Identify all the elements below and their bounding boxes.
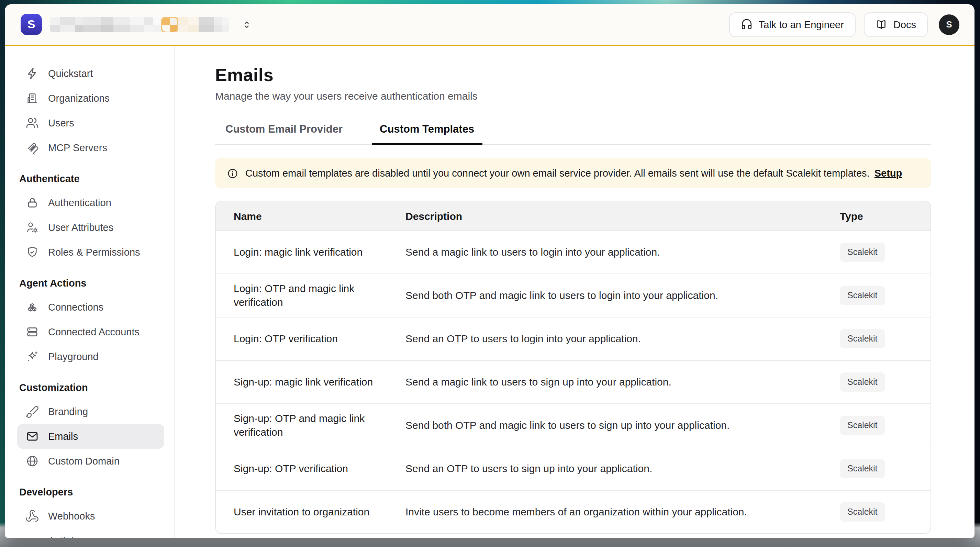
type-badge: Scalekit [840,329,885,348]
sidebar-item-auth-logs[interactable]: Auth Logs [17,528,164,538]
paintbrush-icon [25,405,39,418]
template-description: Invite users to become members of an org… [388,498,822,526]
app-header: S [5,4,975,46]
template-name: Login: magic link verification [216,239,388,266]
workspace-switcher[interactable]: S [21,14,252,35]
template-description: Send an OTP to users to sign up into you… [388,455,822,482]
template-name: Sign-up: magic link verification [216,368,388,396]
template-name: User invitation to organization [216,498,388,526]
workspace-name-redacted [50,17,229,32]
info-banner: Custom email templates are disabled unti… [215,158,931,188]
sidebar-heading-customization: Customization [17,376,164,399]
template-description: Send both OTP and magic link to users to… [388,282,822,309]
app-window: S [5,4,975,538]
templates-table: Name Description Type Login: magic link … [215,201,931,534]
sidebar-item-connections[interactable]: Connections [17,295,164,320]
stacked-cards-icon [25,325,39,339]
type-badge: Scalekit [840,416,885,435]
type-badge: Scalekit [840,243,885,262]
talk-to-engineer-label: Talk to an Engineer [759,19,844,30]
sidebar-item-quickstart[interactable]: Quickstart [17,61,164,86]
column-header-type: Type [822,210,931,222]
workspace-emoji-redacted [162,17,178,32]
mcp-icon [25,141,39,154]
workspace-logo-letter: S [27,17,35,31]
type-badge: Scalekit [840,286,885,305]
envelope-icon [25,429,39,443]
webhook-icon [25,509,39,523]
book-open-icon [875,19,887,30]
bar-chart-icon [25,534,39,538]
sidebar-item-custom-domain[interactable]: Custom Domain [17,449,164,474]
template-name: Login: OTP verification [216,325,388,353]
globe-icon [25,454,39,468]
type-badge: Scalekit [840,459,885,478]
table-row[interactable]: User invitation to organization Invite u… [216,490,931,533]
table-row[interactable]: Login: OTP verification Send an OTP to u… [216,317,931,360]
tab-bar: Custom Email ProviderCustom Templates [215,117,931,145]
table-row[interactable]: Sign-up: magic link verification Send a … [216,360,931,403]
template-description: Send an OTP to users to login into your … [388,325,822,353]
sidebar-heading-developers: Developers [17,480,164,504]
user-avatar[interactable]: S [939,14,959,35]
docs-label: Docs [893,19,916,30]
sidebar-item-organizations[interactable]: Organizations [17,86,164,111]
sidebar-item-mcp-servers[interactable]: MCP Servers [17,135,164,160]
sidebar-heading-authenticate: Authenticate [17,167,164,190]
sidebar-item-branding[interactable]: Branding [17,399,164,424]
sidebar-item-emails[interactable]: Emails [17,424,164,449]
chevrons-up-down-icon[interactable] [241,19,252,30]
user-gear-icon [25,221,39,234]
sidebar-item-users[interactable]: Users [17,111,164,135]
lock-icon [25,196,39,210]
headphones-icon [741,19,752,30]
template-description: Send a magic link to users to sign up in… [388,368,822,396]
info-icon [227,167,239,179]
sidebar-item-authentication[interactable]: Authentication [17,190,164,215]
template-description: Send both OTP and magic link to users to… [388,412,822,439]
organization-icon [25,91,39,105]
table-row[interactable]: Login: OTP and magic link verification S… [216,274,931,317]
table-row[interactable]: Login: magic link verification Send a ma… [216,230,931,274]
page-title: Emails [215,65,931,85]
sidebar-item-roles-permissions[interactable]: Roles & Permissions [17,240,164,265]
banner-text: Custom email templates are disabled unti… [245,168,870,179]
workspace-logo: S [21,14,42,35]
tab-custom-templates[interactable]: Custom Templates [371,117,482,144]
column-header-name: Name [216,210,388,222]
main-panel: Emails Manage the way your users receive… [175,46,975,538]
template-name: Sign-up: OTP verification [216,455,388,482]
sidebar: Quickstart Organizations Users MCP Serve… [5,46,175,538]
users-icon [25,116,39,130]
talk-to-engineer-button[interactable]: Talk to an Engineer [729,12,856,37]
sidebar-item-user-attributes[interactable]: User Attributes [17,215,164,240]
tab-custom-email-provider[interactable]: Custom Email Provider [224,117,344,144]
docs-button[interactable]: Docs [864,12,928,37]
column-header-description: Description [388,210,822,222]
sidebar-heading-agent-actions: Agent Actions [17,272,164,295]
template-name: Login: OTP and magic link verification [216,275,388,316]
cubes-icon [25,300,39,314]
table-row[interactable]: Sign-up: OTP and magic link verification… [216,403,931,447]
sidebar-item-webhooks[interactable]: Webhooks [17,504,164,528]
type-badge: Scalekit [840,372,885,392]
shield-check-icon [25,245,39,259]
app-root: S [0,0,980,547]
template-description: Send a magic link to users to login into… [388,239,822,266]
table-header: Name Description Type [216,201,931,230]
template-name: Sign-up: OTP and magic link verification [216,405,388,446]
sidebar-item-playground[interactable]: Playground [17,344,164,369]
lightning-icon [25,67,39,80]
sparkle-icon [25,350,39,364]
banner-setup-link[interactable]: Setup [875,168,902,179]
sidebar-item-connected-accounts[interactable]: Connected Accounts [17,320,164,344]
page-subtitle: Manage the way your users receive authen… [215,90,931,102]
type-badge: Scalekit [840,502,885,522]
table-row[interactable]: Sign-up: OTP verification Send an OTP to… [216,447,931,490]
avatar-letter: S [946,19,952,30]
